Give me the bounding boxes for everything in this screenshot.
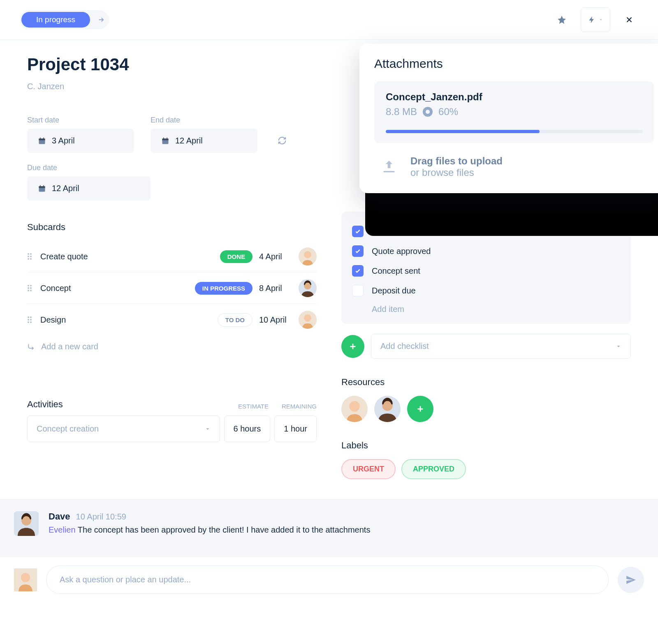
- favorite-button[interactable]: [553, 11, 571, 29]
- activities-header: Activities ESTIMATE REMAINING: [27, 399, 317, 410]
- resources-row: [341, 396, 631, 422]
- labels-title: Labels: [341, 440, 631, 451]
- add-checklist-select[interactable]: Add checklist: [371, 334, 631, 359]
- label-pill-urgent[interactable]: URGENT: [341, 459, 396, 479]
- add-checklist-button[interactable]: [341, 335, 364, 358]
- person-icon: [374, 396, 401, 422]
- svg-rect-1: [39, 138, 45, 140]
- svg-rect-5: [162, 138, 169, 140]
- comment-avatar: [14, 511, 39, 536]
- estimate-input[interactable]: 6 hours: [224, 415, 271, 442]
- project-title: Project 1034: [27, 55, 317, 74]
- close-button[interactable]: [620, 11, 638, 29]
- activities-row: Concept creation 6 hours 1 hour: [27, 415, 317, 442]
- start-date-value: 3 April: [52, 136, 75, 145]
- add-subcard-button[interactable]: Add a new card: [27, 335, 317, 358]
- send-button[interactable]: [618, 567, 644, 593]
- start-date-label: Start date: [27, 116, 134, 125]
- checkbox[interactable]: [352, 265, 364, 277]
- subcard-name: Create quote: [40, 252, 213, 261]
- comment: Dave10 April 10:59Evelien The concept ha…: [14, 511, 644, 536]
- add-checklist-placeholder: Add checklist: [380, 342, 429, 351]
- checklist-item: Concept sent: [352, 261, 620, 281]
- drag-handle-icon[interactable]: [27, 316, 34, 323]
- comment-input[interactable]: Ask a question or place an update...: [46, 566, 609, 594]
- subcard-status-badge[interactable]: DONE: [220, 250, 253, 263]
- due-date-input[interactable]: 12 April: [27, 176, 151, 201]
- drag-handle-icon[interactable]: [27, 253, 34, 260]
- svg-rect-9: [39, 186, 45, 188]
- svg-point-37: [349, 401, 360, 412]
- end-date-input[interactable]: 12 April: [151, 129, 257, 153]
- subcard-row[interactable]: Create quoteDONE4 April: [27, 241, 317, 272]
- checklist-item-label: Deposit due: [372, 286, 416, 295]
- drop-zone[interactable]: Drag files to upload or browse files: [374, 143, 654, 178]
- subcard-avatar[interactable]: [299, 247, 317, 265]
- svg-point-35: [304, 314, 311, 322]
- activity-select-value: Concept creation: [37, 424, 99, 434]
- subcard-name: Design: [40, 315, 211, 325]
- file-size: 8.8 MB: [386, 106, 417, 118]
- header-actions: [553, 7, 638, 32]
- svg-point-14: [28, 256, 29, 257]
- start-date-input[interactable]: 3 April: [27, 129, 134, 153]
- checkbox[interactable]: [352, 245, 364, 257]
- person-icon: [341, 396, 368, 422]
- drag-handle-icon[interactable]: [27, 284, 34, 292]
- plus-icon: [416, 404, 425, 413]
- checklist-item: Deposit due: [352, 281, 620, 300]
- file-name: Concept_Janzen.pdf: [386, 91, 642, 103]
- send-icon: [626, 575, 636, 585]
- subcards-title: Subcards: [27, 222, 317, 233]
- subcard-avatar[interactable]: [299, 279, 317, 297]
- sub-arrow-icon: [27, 343, 35, 351]
- svg-point-23: [30, 287, 32, 289]
- checkbox[interactable]: [352, 226, 364, 237]
- file-meta: 8.8 MB 60%: [386, 106, 642, 118]
- svg-point-43: [21, 573, 30, 582]
- subcard-status-badge[interactable]: TO DO: [218, 313, 253, 327]
- resource-avatar-2[interactable]: [374, 396, 401, 422]
- chevron-down-icon: [616, 344, 621, 349]
- add-resource-button[interactable]: [407, 396, 433, 422]
- attachments-panel: Attachments Concept_Janzen.pdf 8.8 MB 60…: [359, 44, 658, 193]
- subcard-date: 8 April: [259, 284, 292, 293]
- subcard-avatar[interactable]: [299, 311, 317, 329]
- star-icon: [557, 15, 567, 25]
- left-column: Project 1034 C. Janzen Start date 3 Apri…: [27, 55, 317, 479]
- svg-point-31: [30, 319, 32, 321]
- estimate-col-label: ESTIMATE: [238, 403, 269, 410]
- upload-progress-fill: [386, 130, 540, 133]
- labels-section: Labels URGENTAPPROVED: [341, 440, 631, 479]
- activities-title: Activities: [27, 399, 63, 410]
- svg-point-19: [304, 251, 311, 259]
- svg-point-30: [28, 319, 29, 321]
- activity-select[interactable]: Concept creation: [27, 415, 220, 442]
- svg-point-24: [28, 290, 29, 291]
- remaining-input[interactable]: 1 hour: [274, 415, 317, 442]
- svg-rect-6: [163, 137, 164, 139]
- subcard-row[interactable]: ConceptIN PROGRESS8 April: [27, 272, 317, 304]
- checkbox[interactable]: [352, 285, 364, 296]
- due-date-block: Due date 12 April: [27, 164, 317, 201]
- label-pill-approved[interactable]: APPROVED: [401, 459, 466, 479]
- dates-row-1: Start date 3 April End date 12 April: [27, 116, 317, 153]
- status-pill[interactable]: In progress: [21, 12, 90, 28]
- add-checklist-item[interactable]: Add item: [352, 300, 620, 314]
- automation-button[interactable]: [581, 7, 610, 32]
- close-icon: [625, 15, 634, 24]
- next-status-button[interactable]: [95, 14, 107, 26]
- calendar-icon: [38, 185, 46, 193]
- svg-point-25: [30, 290, 32, 291]
- upload-file-box: Concept_Janzen.pdf 8.8 MB 60%: [374, 81, 654, 143]
- chevron-down-icon: [598, 17, 603, 22]
- resource-avatar-1[interactable]: [341, 396, 368, 422]
- subcard-row[interactable]: DesignTO DO10 April: [27, 304, 317, 335]
- comment-input-row: Ask a question or place an update...: [0, 557, 658, 602]
- comment-author: Dave: [49, 511, 70, 522]
- checklist-item-label: Quote approved: [372, 247, 431, 256]
- svg-point-17: [30, 258, 32, 260]
- recur-button[interactable]: [274, 132, 290, 149]
- subcard-status-badge[interactable]: IN PROGRESS: [195, 282, 253, 295]
- mention[interactable]: Evelien: [49, 525, 76, 534]
